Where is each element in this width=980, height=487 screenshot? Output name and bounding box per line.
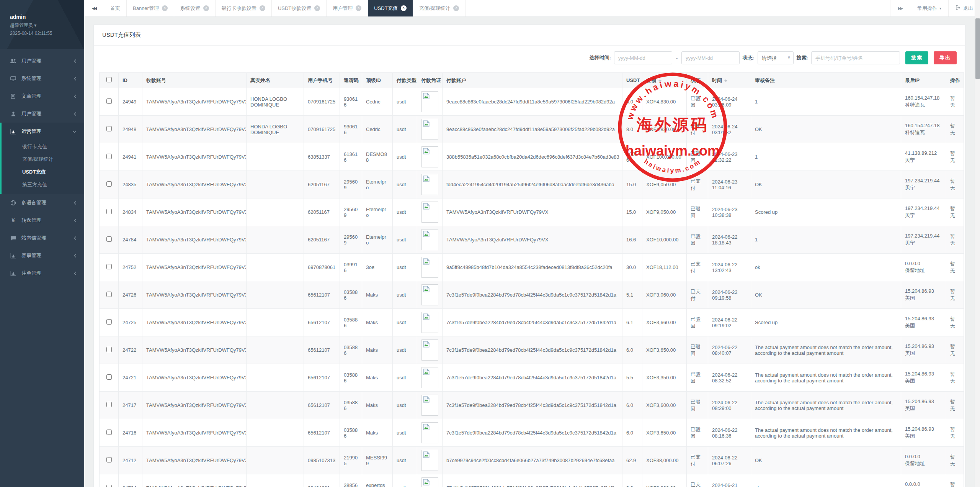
select-all-checkbox[interactable] — [106, 77, 112, 82]
tab-close-icon[interactable]: × — [401, 5, 407, 11]
payment-voucher-thumbnail[interactable] — [421, 119, 438, 140]
scrollbar-thumb[interactable] — [975, 18, 980, 79]
tab-系统设置[interactable]: 系统设置× — [174, 0, 216, 16]
sort-icons[interactable] — [658, 78, 662, 84]
row-checkbox[interactable] — [106, 485, 112, 487]
payment-voucher-thumbnail[interactable] — [421, 146, 438, 167]
tab-USDT收款设置[interactable]: USDT收款设置× — [272, 0, 327, 16]
tab-close-icon[interactable]: × — [314, 5, 320, 11]
cell-paytype: usdt — [393, 226, 417, 254]
cell-account: TAMVW5AfyoA3nT3QzkifVRFUrDWFQy79VX — [142, 281, 247, 309]
sidebar-item-用户管理[interactable]: 用户管理 — [0, 52, 84, 70]
row-checkbox[interactable] — [106, 457, 112, 462]
date-to-input[interactable] — [681, 51, 740, 64]
sidebar-item-用户管理[interactable]: 用户管理 — [0, 105, 84, 123]
cell-ip: 15.204.86.93美国 — [901, 309, 946, 336]
payment-voucher-thumbnail[interactable] — [421, 284, 438, 305]
payment-voucher-thumbnail[interactable] — [421, 395, 438, 416]
cell-id: 24941 — [119, 143, 142, 171]
payment-voucher-thumbnail[interactable] — [421, 229, 438, 250]
sidebar-item-多语言管理[interactable]: 多语言管理 — [0, 194, 84, 212]
export-button[interactable]: 导出 — [934, 51, 957, 64]
tab-close-icon[interactable]: × — [203, 5, 209, 11]
sidebar-subitem-银行卡充值[interactable]: 银行卡充值 — [2, 140, 84, 153]
cell-amount: XOF18,112.00 — [642, 254, 687, 281]
cell-amount: XOF4,830.00 — [642, 116, 687, 143]
row-checkbox[interactable] — [106, 374, 112, 380]
row-checkbox[interactable] — [106, 181, 112, 187]
common-operations-menu[interactable]: 常用操作▾ — [910, 0, 948, 16]
cell-paytype: usdt — [393, 447, 417, 474]
payment-voucher-thumbnail[interactable] — [421, 422, 438, 443]
tab-用户管理[interactable]: 用户管理× — [327, 0, 368, 16]
payment-voucher-thumbnail[interactable] — [421, 450, 438, 471]
row-checkbox[interactable] — [106, 98, 112, 104]
vertical-scrollbar[interactable] — [975, 0, 980, 487]
tab-USDT充值[interactable]: USDT充值× — [368, 0, 413, 16]
tab-首页[interactable]: 首页 — [104, 0, 127, 16]
row-checkbox[interactable] — [106, 292, 112, 297]
search-button[interactable]: 搜索 — [905, 51, 928, 64]
search-input[interactable] — [811, 51, 900, 64]
tab-close-icon[interactable]: × — [453, 5, 459, 11]
row-checkbox[interactable] — [106, 402, 112, 407]
sidebar-group: 用户管理 — [0, 105, 84, 123]
payment-voucher-thumbnail[interactable] — [421, 257, 438, 278]
tabs-scroll-left-button[interactable]: ◀◀ — [84, 0, 104, 16]
payment-voucher-thumbnail[interactable] — [421, 339, 438, 361]
cell-ip: 0.0.0.0保留地址 — [901, 254, 946, 281]
topbar-right: ▶▶ 常用操作▾ 退出 — [890, 0, 980, 16]
sidebar-subitem-第三方充值[interactable]: 第三方充值 — [2, 178, 84, 191]
payment-voucher-thumbnail[interactable] — [421, 367, 438, 388]
cell-paytype: usdt — [393, 143, 417, 171]
cell-name — [247, 143, 304, 171]
tab-close-icon[interactable]: × — [260, 5, 265, 11]
sidebar-item-转盘管理[interactable]: ¥转盘管理 — [0, 212, 84, 229]
row-checkbox[interactable] — [106, 236, 112, 242]
row-checkbox[interactable] — [106, 209, 112, 214]
tab-Banner管理[interactable]: Banner管理× — [127, 0, 174, 16]
column-header-amount[interactable]: 金额 — [642, 73, 687, 88]
tabs-scroll-right-button[interactable]: ▶▶ — [890, 0, 910, 16]
sidebar-item-赛事管理[interactable]: 赛事管理 — [0, 247, 84, 264]
sidebar-item-站内信管理[interactable]: 站内信管理 — [0, 229, 84, 247]
row-checkbox[interactable] — [106, 347, 112, 352]
cell-name — [247, 171, 304, 198]
sidebar-subitem-充值/提现统计[interactable]: 充值/提现统计 — [2, 153, 84, 166]
cell-remark: OK — [751, 447, 901, 474]
cell-account: TAMVW5AfyoA3nT3QzkifVRFUrDWFQy79VX — [142, 143, 247, 171]
sidebar-subitem-USDT充值[interactable]: USDT充值 — [2, 166, 84, 178]
sort-icons[interactable] — [724, 78, 727, 84]
row-checkbox[interactable] — [106, 154, 112, 159]
status-select[interactable]: 请选择 — [758, 51, 794, 64]
payment-voucher-thumbnail[interactable] — [421, 91, 438, 112]
payment-voucher-thumbnail[interactable] — [421, 174, 438, 195]
cell-ip: 197.234.219.44贝宁 — [901, 198, 946, 226]
payment-voucher-thumbnail[interactable] — [421, 312, 438, 333]
cell-paytype: usdt — [393, 198, 417, 226]
tab-银行卡收款设置[interactable]: 银行卡收款设置× — [216, 0, 272, 16]
tab-close-icon[interactable]: × — [162, 5, 168, 11]
sidebar-item-系统管理[interactable]: 系统管理 — [0, 70, 84, 87]
tab-充值/提现统计[interactable]: 充值/提现统计× — [413, 0, 466, 16]
cell-invite: 295609 — [340, 198, 362, 226]
payment-voucher-thumbnail[interactable] — [421, 202, 438, 223]
sidebar-item-运营管理[interactable]: 运营管理 — [2, 123, 84, 140]
row-checkbox[interactable] — [106, 319, 112, 325]
row-checkbox[interactable] — [106, 430, 112, 435]
cell-usdt: 30.0 — [622, 254, 642, 281]
cell-payaccount: 7c3f1e57de9f0bea2284bd79ed78cb4f25f44c3d… — [443, 309, 622, 336]
date-from-input[interactable] — [614, 51, 672, 64]
admin-role-dropdown[interactable]: 超级管理员 ▾ — [10, 22, 84, 29]
row-checkbox[interactable] — [106, 264, 112, 269]
cell-account: TAMVW5AfyoA3nT3QzkifVRFUrDWFQy79VX — [142, 198, 247, 226]
sidebar-item-注单管理[interactable]: 注单管理 — [0, 264, 84, 282]
row-checkbox[interactable] — [106, 126, 112, 131]
cell-id: 24726 — [119, 281, 142, 309]
payment-voucher-thumbnail[interactable] — [421, 477, 438, 487]
column-header-time[interactable]: 时间 — [708, 73, 751, 88]
tab-close-icon[interactable]: × — [356, 5, 361, 11]
table-row: 24941TAMVW5AfyoA3nT3QzkifVRFUrDWFQy79VX6… — [100, 143, 964, 171]
cell-phone: 62051167 — [304, 226, 340, 254]
sidebar-item-文章管理[interactable]: 文章管理 — [0, 87, 84, 105]
